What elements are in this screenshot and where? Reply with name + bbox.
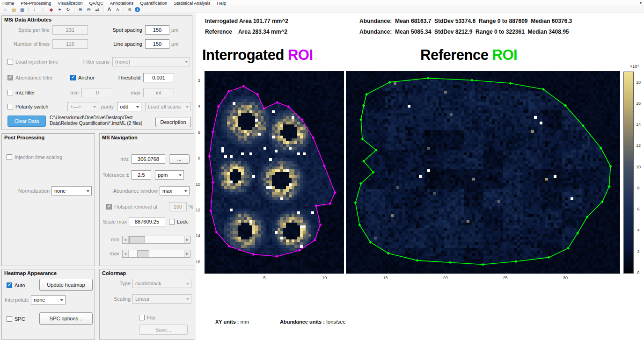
heatmap-appearance-title: Heatmap Appearance bbox=[4, 270, 57, 276]
flip-checkbox[interactable]: Flip bbox=[139, 315, 155, 320]
pan-icon[interactable]: ⇄ bbox=[94, 7, 101, 13]
app-info-icon[interactable]: i bbox=[135, 7, 140, 12]
menu-item-quantification[interactable]: Quantification bbox=[140, 0, 167, 6]
mz-min-field[interactable] bbox=[81, 88, 113, 97]
clear-data-button[interactable]: Clear Data bbox=[7, 116, 46, 127]
spot-spacing-label: Spot spacing bbox=[94, 25, 142, 35]
filter-scans-label: Filter scans bbox=[76, 57, 110, 66]
colorbar-tick-label: 10 bbox=[634, 165, 643, 169]
chevron-down-icon bbox=[185, 61, 188, 63]
refresh-icon[interactable]: ↻ bbox=[65, 7, 72, 13]
auto-checkbox[interactable]: Auto bbox=[7, 282, 25, 288]
checkbox-box bbox=[7, 316, 12, 322]
menu-item-pre-processing[interactable]: Pre-Processing bbox=[21, 0, 51, 6]
spot-spacing-field[interactable] bbox=[145, 25, 169, 35]
slider-trough[interactable] bbox=[129, 236, 184, 243]
polarity-switch-checkbox[interactable]: Polarity switch bbox=[7, 104, 48, 109]
menu-item-annotations[interactable]: Annotations bbox=[110, 0, 133, 6]
normalization-dropdown[interactable]: none bbox=[51, 186, 92, 195]
normalization-label: Normalization bbox=[5, 186, 50, 195]
open-folder-icon[interactable]: ▤ bbox=[10, 7, 17, 13]
colorbar-exponent-label: ×10⁴ bbox=[630, 64, 639, 69]
colormap-scaling-dropdown[interactable]: Linear bbox=[132, 294, 191, 304]
menu-item-visualization[interactable]: Visualization bbox=[58, 0, 82, 6]
threshold-field[interactable] bbox=[143, 73, 174, 82]
export-data-icon[interactable]: ↑ bbox=[39, 7, 46, 13]
abundance-filter-checkbox[interactable]: Abundance filter bbox=[7, 75, 53, 80]
mz-max-field[interactable] bbox=[143, 88, 174, 97]
checkbox-box bbox=[7, 90, 13, 95]
x-axis-tick-label: 10 bbox=[320, 275, 329, 280]
load-all-scans-dropdown[interactable]: Load all scans bbox=[145, 102, 191, 111]
menu-overflow-caret[interactable]: ▾ bbox=[640, 1, 642, 5]
scale-max-slider[interactable] bbox=[122, 250, 190, 258]
slider-thumb[interactable] bbox=[137, 250, 149, 257]
data-path-text: C:\Users\dcmud\OneDrive\Desktop\Test Dat… bbox=[50, 115, 154, 126]
colormap-type-dropdown[interactable]: cividisblack bbox=[132, 279, 191, 288]
crosshair-icon[interactable]: + bbox=[56, 7, 63, 13]
interpolate-dropdown[interactable]: none bbox=[31, 295, 66, 304]
auto-label: Auto bbox=[15, 282, 25, 288]
menu-item-qa-qc[interactable]: QA/QC bbox=[89, 0, 103, 6]
slider-trough[interactable] bbox=[129, 250, 184, 257]
anchor-checkbox[interactable]: Anchor bbox=[70, 75, 95, 80]
chevron-down-icon bbox=[60, 299, 63, 301]
mz-field[interactable] bbox=[132, 154, 165, 164]
reference-heatmap[interactable] bbox=[346, 71, 620, 274]
scale-min-slider[interactable] bbox=[122, 236, 190, 244]
flip-label: Flip bbox=[147, 315, 155, 320]
spots-per-line-field[interactable] bbox=[52, 25, 88, 35]
save-icon[interactable]: ▦ bbox=[19, 7, 26, 13]
tolerance-unit-value: ppm bbox=[158, 172, 168, 178]
slider-thumb[interactable] bbox=[129, 236, 145, 243]
line-spacing-field[interactable] bbox=[145, 39, 169, 49]
update-heatmap-button[interactable]: Update heatmap bbox=[39, 279, 93, 291]
slider-left-arrow[interactable] bbox=[123, 236, 129, 243]
mz-filter-checkbox[interactable]: m/z filter bbox=[7, 90, 35, 95]
zoom-in-icon[interactable]: ⊕ bbox=[77, 7, 84, 13]
description-button[interactable]: Description bbox=[155, 117, 191, 127]
spc-options-button[interactable]: SPC options... bbox=[39, 312, 93, 325]
colormap-scaling-label: Scaling bbox=[106, 294, 131, 304]
hotspot-removal-checkbox[interactable]: Hotspot removal at bbox=[106, 204, 157, 210]
chevron-down-icon bbox=[184, 190, 187, 192]
slider-right-arrow[interactable] bbox=[184, 250, 190, 257]
import-data-icon[interactable]: ↓ bbox=[31, 7, 38, 13]
font-increase-icon[interactable]: A bbox=[106, 7, 113, 13]
scale-max-field[interactable] bbox=[129, 217, 165, 226]
polarity-mode-value: +—+ bbox=[70, 104, 81, 109]
lock-checkbox[interactable]: Lock bbox=[169, 219, 188, 224]
spc-checkbox[interactable]: SPC bbox=[7, 316, 25, 322]
home-icon[interactable]: ⌂ bbox=[2, 7, 9, 13]
pin-roi-icon[interactable]: ◆ bbox=[48, 7, 55, 13]
abundance-window-dropdown[interactable]: max bbox=[160, 186, 190, 195]
injection-time-scaling-checkbox[interactable]: Injection time scaling bbox=[7, 154, 62, 160]
mz-browse-button[interactable]: ... bbox=[169, 154, 190, 164]
menu-item-home[interactable]: Home bbox=[2, 0, 14, 6]
tolerance-unit-dropdown[interactable]: ppm bbox=[155, 170, 184, 180]
interrogated-roi-heading-accent: ROI bbox=[288, 47, 313, 63]
polarity-mode-dropdown[interactable]: +—+ bbox=[67, 102, 98, 111]
abundance-window-value: max bbox=[162, 188, 172, 194]
line-spacing-unit: µm bbox=[171, 39, 179, 49]
scale-max-label: Scale max bbox=[102, 217, 127, 226]
tolerance-field[interactable] bbox=[132, 170, 151, 180]
hotspot-removal-field[interactable] bbox=[169, 202, 187, 211]
number-of-lines-field[interactable] bbox=[52, 39, 88, 49]
x-axis-tick-label: 15 bbox=[381, 275, 390, 280]
zoom-out-icon[interactable]: ⊖ bbox=[85, 7, 92, 13]
threshold-label: Threshold bbox=[107, 73, 140, 82]
menu-item-statistical-analysis[interactable]: Statistical Analysis bbox=[174, 0, 210, 6]
colormap-save-button[interactable]: Save... bbox=[139, 325, 188, 335]
parity-dropdown[interactable]: odd bbox=[117, 102, 141, 111]
chevron-down-icon bbox=[186, 283, 189, 285]
slider-right-arrow[interactable] bbox=[184, 236, 190, 243]
filter-scans-dropdown[interactable]: (none) bbox=[112, 57, 190, 66]
slider-left-arrow[interactable] bbox=[123, 250, 129, 257]
load-injection-time-checkbox[interactable]: Load injection time bbox=[7, 59, 59, 65]
spot-spacing-unit: µm bbox=[171, 25, 179, 35]
settings-gear-icon[interactable]: ⚙ bbox=[126, 7, 133, 13]
font-decrease-icon[interactable]: A bbox=[114, 7, 121, 13]
interrogated-heatmap[interactable] bbox=[205, 71, 344, 274]
menu-item-help[interactable]: Help bbox=[217, 0, 227, 6]
